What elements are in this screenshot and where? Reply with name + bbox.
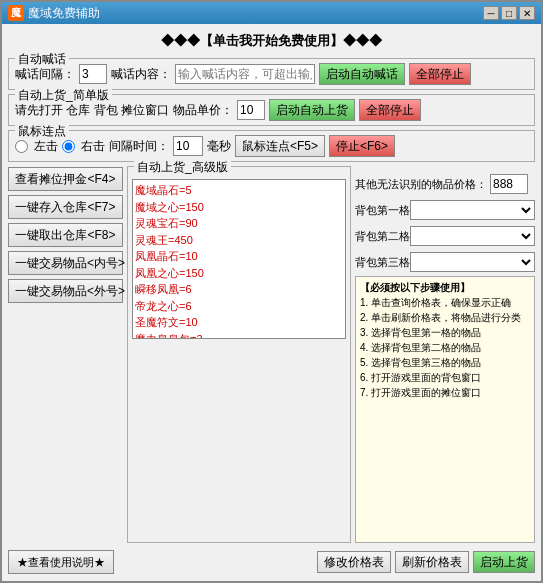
- price-list[interactable]: 魔域晶石=5魔域之心=150灵魂宝石=90灵魂王=450凤凰晶石=10凤凰之心=…: [132, 179, 346, 339]
- header-banner[interactable]: ◆◆◆【单击我开始免费使用】◆◆◆: [8, 28, 535, 54]
- stop-shout-button[interactable]: 全部停止: [409, 63, 471, 85]
- right-click-radio[interactable]: [62, 140, 75, 153]
- interval-label: 喊话间隔：: [15, 66, 75, 83]
- stop-click-button[interactable]: 停止<F6>: [329, 135, 395, 157]
- take-from-warehouse-button[interactable]: 一键取出仓库<F8>: [8, 223, 123, 247]
- lower-area: 查看摊位押金<F4> 一键存入仓库<F7> 一键取出仓库<F8> 一键交易物品<…: [8, 166, 535, 543]
- minimize-button[interactable]: ─: [483, 6, 499, 20]
- app-icon: 魔: [8, 5, 24, 21]
- mouse-click-title: 鼠标连点: [15, 123, 69, 140]
- window-title: 魔域免费辅助: [28, 5, 100, 22]
- bag-slot1-label: 背包第一格是: [355, 203, 407, 218]
- bag-slot1-select[interactable]: [410, 200, 535, 220]
- bag-slot2-select[interactable]: [410, 226, 535, 246]
- price-input[interactable]: [237, 100, 265, 120]
- title-bar: 魔 魔域免费辅助 ─ □ ✕: [2, 2, 541, 24]
- content-label: 喊话内容：: [111, 66, 171, 83]
- auto-shout-title: 自动喊话: [15, 51, 69, 68]
- help-button[interactable]: ★查看使用说明★: [8, 550, 114, 574]
- click-interval-input[interactable]: [173, 136, 203, 156]
- start-advanced-upload-button[interactable]: 启动上货: [473, 551, 535, 573]
- title-buttons: ─ □ ✕: [483, 6, 535, 20]
- right-click-label: 右击: [81, 138, 105, 155]
- left-panel: 查看摊位押金<F4> 一键存入仓库<F7> 一键取出仓库<F8> 一键交易物品<…: [8, 166, 123, 543]
- edit-price-button[interactable]: 修改价格表: [317, 551, 391, 573]
- start-click-button[interactable]: 鼠标连点<F5>: [235, 135, 325, 157]
- maximize-button[interactable]: □: [501, 6, 517, 20]
- start-shout-button[interactable]: 启动自动喊话: [319, 63, 405, 85]
- middle-panel: 自动上货_高级版 魔域晶石=5魔域之心=150灵魂宝石=90灵魂王=450凤凰晶…: [127, 166, 351, 543]
- bag-slot2-row: 背包第二格是: [355, 226, 535, 246]
- bag-slot2-label: 背包第二格是: [355, 229, 407, 244]
- title-bar-left: 魔 魔域免费辅助: [8, 5, 100, 22]
- stop-upload-simple-button[interactable]: 全部停止: [359, 99, 421, 121]
- other-price-input[interactable]: [490, 174, 528, 194]
- start-upload-simple-button[interactable]: 启动自动上货: [269, 99, 355, 121]
- upload-instruction: 请先打开 仓库 背包 摊位窗口: [15, 102, 169, 119]
- left-click-radio[interactable]: [15, 140, 28, 153]
- mouse-click-group: 鼠标连点 左击 右击 间隔时间： 毫秒 鼠标连点<F5> 停止<F6>: [8, 130, 535, 162]
- auto-upload-simple-title: 自动上货_简单版: [15, 87, 112, 104]
- bag-slot3-row: 背包第三格是: [355, 252, 535, 272]
- refresh-price-button[interactable]: 刷新价格表: [395, 551, 469, 573]
- auto-shout-group: 自动喊话 喊话间隔： 喊话内容： 启动自动喊话 全部停止: [8, 58, 535, 90]
- trade-inner-button[interactable]: 一键交易物品<内号>: [8, 251, 123, 275]
- check-stall-deposit-button[interactable]: 查看摊位押金<F4>: [8, 167, 123, 191]
- price-label: 物品单价：: [173, 102, 233, 119]
- shout-content-input[interactable]: [175, 64, 315, 84]
- advanced-upload-title: 自动上货_高级版: [134, 159, 231, 176]
- bottom-action-buttons: 修改价格表 刷新价格表 启动上货: [317, 551, 535, 573]
- auto-upload-simple-group: 自动上货_简单版 请先打开 仓库 背包 摊位窗口 物品单价： 启动自动上货 全部…: [8, 94, 535, 126]
- main-content: ◆◆◆【单击我开始免费使用】◆◆◆ 自动喊话 喊话间隔： 喊话内容： 启动自动喊…: [2, 24, 541, 581]
- ms-unit: 毫秒: [207, 138, 231, 155]
- store-to-warehouse-button[interactable]: 一键存入仓库<F7>: [8, 195, 123, 219]
- bag-slot3-select[interactable]: [410, 252, 535, 272]
- main-window: 魔 魔域免费辅助 ─ □ ✕ ◆◆◆【单击我开始免费使用】◆◆◆ 自动喊话 喊话…: [0, 0, 543, 583]
- notice-box: 【必须按以下步骤使用】1. 单击查询价格表，确保显示正确2. 单击刷新价格表，将…: [355, 276, 535, 543]
- close-button[interactable]: ✕: [519, 6, 535, 20]
- bag-slot1-row: 背包第一格是: [355, 200, 535, 220]
- interval-input[interactable]: [79, 64, 107, 84]
- other-price-row: 其他无法识别的物品价格：: [355, 174, 535, 194]
- bag-slot3-label: 背包第三格是: [355, 255, 407, 270]
- click-interval-label: 间隔时间：: [109, 138, 169, 155]
- other-price-label: 其他无法识别的物品价格：: [355, 177, 487, 192]
- left-click-label: 左击: [34, 138, 58, 155]
- advanced-upload-box: 自动上货_高级版 魔域晶石=5魔域之心=150灵魂宝石=90灵魂王=450凤凰晶…: [127, 166, 351, 543]
- trade-outer-button[interactable]: 一键交易物品<外号>: [8, 279, 123, 303]
- bottom-bar: ★查看使用说明★ 修改价格表 刷新价格表 启动上货: [8, 547, 535, 577]
- right-panel: 其他无法识别的物品价格： 背包第一格是 背包第二格是 背包第三格是: [355, 166, 535, 543]
